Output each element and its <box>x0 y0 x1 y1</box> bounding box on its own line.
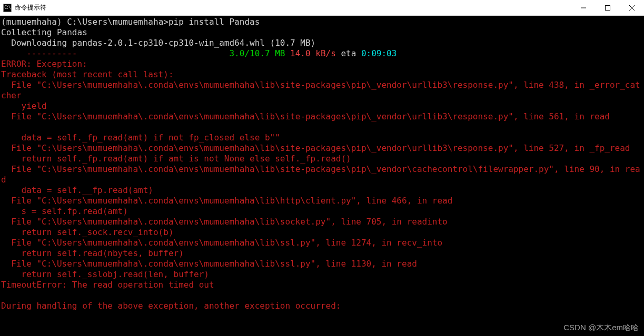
error-line: s = self.fp.read(amt) <box>1 206 128 216</box>
close-button[interactable] <box>620 0 644 15</box>
progress-speed: 14.0 kB/s <box>285 48 335 58</box>
progress-eta-label: eta <box>336 48 361 58</box>
error-line: File "C:\Users\mumuemhaha\.conda\envs\mu… <box>1 111 610 121</box>
error-line: Traceback (most recent call last): <box>1 69 174 79</box>
error-line: File "C:\Users\mumuemhaha\.conda\envs\mu… <box>1 196 452 206</box>
window-titlebar: C:\ 命令提示符 <box>0 0 644 16</box>
progress-spaces <box>77 48 230 58</box>
progress-size: 3.0/10.7 MB <box>229 48 285 58</box>
error-line: data = self._fp_read(amt) if not fp_clos… <box>1 133 280 142</box>
error-line: File "C:\Users\mumuemhaha\.conda\envs\mu… <box>1 217 448 227</box>
error-line: File "C:\Users\mumuemhaha\.conda\envs\mu… <box>1 80 640 100</box>
error-line: return self._sslobj.read(len, buffer) <box>1 269 209 279</box>
error-line: return self.read(nbytes, buffer) <box>1 248 184 258</box>
error-line: File "C:\Users\mumuemhaha\.conda\envs\mu… <box>1 143 630 153</box>
window-controls <box>571 0 644 15</box>
error-line: ERROR: Exception: <box>1 59 87 69</box>
error-line: data = self.__fp.read(amt) <box>1 185 153 195</box>
error-line: File "C:\Users\mumuemhaha\.conda\envs\mu… <box>1 259 417 269</box>
watermark: CSDN @木木em哈哈 <box>563 323 639 333</box>
typed-command: pip install Pandas <box>169 17 260 27</box>
output-collecting: Collecting Pandas <box>1 27 87 37</box>
error-line: return self._sock.recv_into(b) <box>1 227 174 237</box>
error-line: File "C:\Users\mumuemhaha\.conda\envs\mu… <box>1 164 640 185</box>
error-line: yield <box>1 101 47 111</box>
error-line: return self._fp.read(amt) if amt is not … <box>1 154 351 164</box>
titlebar-left: C:\ 命令提示符 <box>0 3 46 12</box>
cmd-app-icon: C:\ <box>3 4 12 12</box>
prompt-path: C:\Users\mumuemhaha> <box>67 17 169 27</box>
error-line: File "C:\Users\mumuemhaha\.conda\envs\mu… <box>1 238 442 248</box>
minimize-button[interactable] <box>571 0 596 15</box>
progress-bar-dashes: ---------- <box>26 48 77 58</box>
error-line: TimeoutError: The read operation timed o… <box>1 280 214 290</box>
prompt-env: (mumuemhaha) <box>1 17 67 27</box>
output-downloading: Downloading pandas-2.0.1-cp310-cp310-win… <box>1 38 315 48</box>
window-title: 命令提示符 <box>15 3 46 12</box>
terminal-output[interactable]: (mumuemhaha) C:\Users\mumuemhaha>pip ins… <box>0 16 644 336</box>
svg-rect-1 <box>606 5 610 10</box>
error-line: During handling of the above exception, … <box>1 301 341 311</box>
progress-eta: 0:09:03 <box>361 48 397 58</box>
maximize-button[interactable] <box>596 0 620 15</box>
progress-prefix <box>1 48 26 58</box>
